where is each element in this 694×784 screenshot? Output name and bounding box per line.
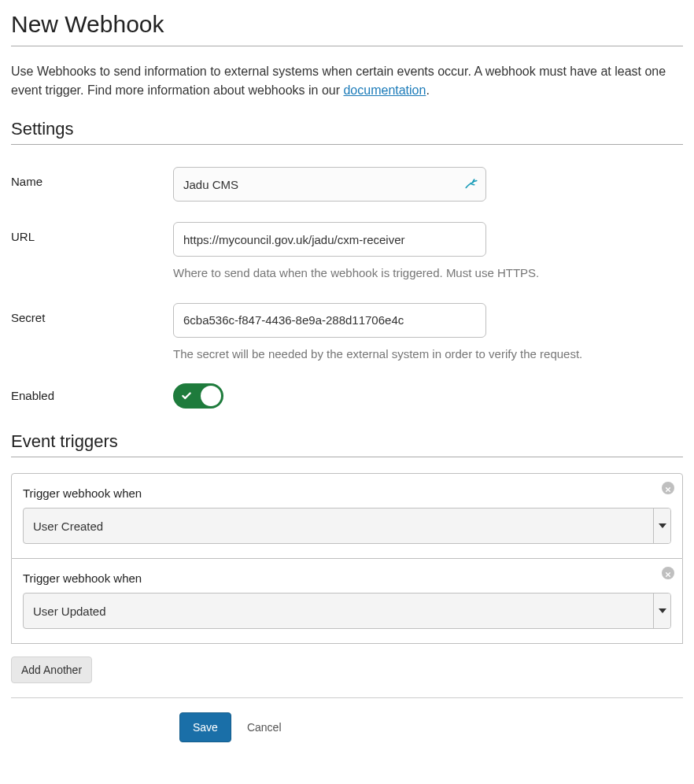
url-help-text: Where to send data when the webhook is t… [173,264,683,283]
enabled-toggle[interactable] [173,383,223,409]
name-input[interactable] [173,167,486,202]
check-icon [181,390,192,401]
intro-text-post: . [426,83,429,97]
close-icon [665,482,671,495]
trigger-label: Trigger webhook when [23,486,671,500]
settings-divider [11,144,683,145]
cancel-button[interactable]: Cancel [238,712,291,742]
intro-text-pre: Use Webhooks to send information to exte… [11,65,666,97]
documentation-link[interactable]: documentation [343,83,426,97]
trigger-select[interactable]: User Updated [23,593,671,629]
remove-trigger-button[interactable] [662,567,674,579]
page-title: New Webhook [11,11,683,38]
triggers-divider [11,457,683,457]
settings-heading: Settings [11,119,683,139]
svg-marker-5 [659,608,666,613]
trigger-select[interactable]: User Created [23,508,671,544]
trigger-card: Trigger webhook when User Created [11,473,683,559]
add-another-button[interactable]: Add Another [11,656,92,683]
url-input[interactable] [173,222,486,257]
trigger-select-value: User Updated [24,594,653,628]
secret-input[interactable] [173,303,486,338]
intro-text: Use Webhooks to send information to exte… [11,62,683,100]
close-icon [665,567,671,580]
secret-label: Secret [11,303,173,324]
name-label: Name [11,167,173,188]
enabled-label: Enabled [11,383,173,402]
trigger-label: Trigger webhook when [23,571,671,585]
trigger-select-value: User Created [24,508,653,543]
event-triggers-heading: Event triggers [11,431,683,452]
title-divider [11,46,683,46]
autofill-indicator-icon [464,177,478,191]
save-button[interactable]: Save [179,712,231,742]
trigger-card: Trigger webhook when User Updated [11,559,683,644]
remove-trigger-button[interactable] [662,482,674,494]
url-label: URL [11,222,173,243]
svg-marker-2 [659,523,666,528]
chevron-down-icon [653,508,670,543]
toggle-knob [201,386,221,406]
secret-help-text: The secret will be needed by the externa… [173,346,683,364]
chevron-down-icon [653,594,670,628]
